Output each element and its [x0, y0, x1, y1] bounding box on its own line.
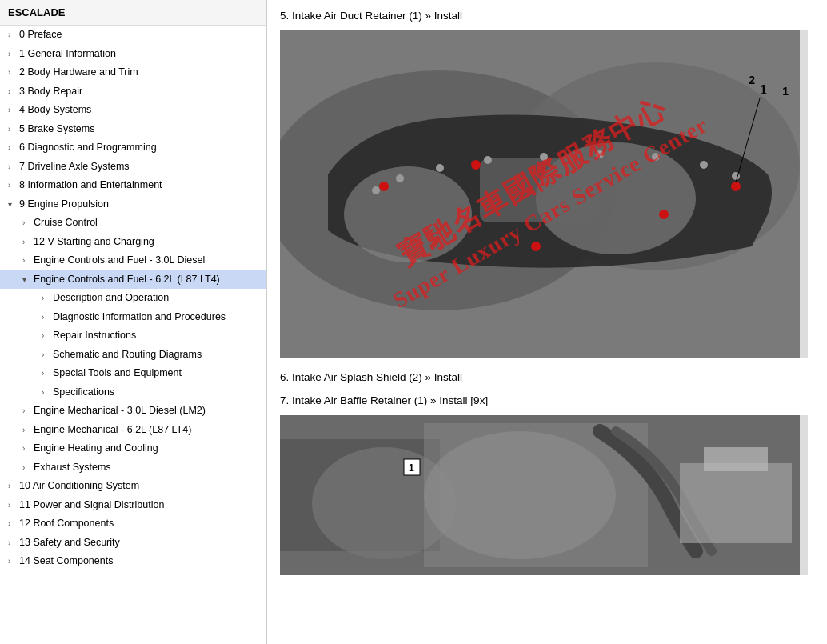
- svg-text:1: 1: [409, 462, 414, 474]
- sidebar-label-body-repair: 3 Body Repair: [19, 85, 262, 99]
- arrow-engine-heating: [22, 443, 30, 454]
- svg-point-15: [379, 182, 389, 191]
- arrow-engine-mech-30: [22, 406, 30, 417]
- arrow-power-signal: [8, 500, 16, 511]
- sidebar-item-safety[interactable]: 13 Safety and Security: [0, 534, 266, 553]
- sidebar-label-exhaust: Exhaust Systems: [34, 461, 262, 475]
- svg-point-6: [372, 186, 380, 194]
- sidebar-label-cruise-control: Cruise Control: [34, 216, 262, 230]
- svg-point-3: [344, 166, 472, 262]
- sidebar-label-diag-info: Diagnostic Information and Procedures: [53, 310, 262, 325]
- sidebar-label-safety: 13 Safety and Security: [19, 536, 262, 550]
- sidebar-item-air-conditioning[interactable]: 10 Air Conditioning System: [0, 477, 266, 496]
- sidebar-item-engine-heating[interactable]: Engine Heating and Cooling: [0, 439, 266, 458]
- arrow-desc-operation: [42, 293, 50, 304]
- sidebar-item-preface[interactable]: 0 Preface: [0, 26, 266, 45]
- svg-point-12: [652, 153, 660, 161]
- sidebar-item-roof[interactable]: 12 Roof Components: [0, 514, 266, 534]
- sidebar-label-desc-operation: Description and Operation: [53, 291, 262, 306]
- sidebar-item-engine-controls-30[interactable]: Engine Controls and Fuel - 3.0L Diesel: [0, 251, 266, 270]
- sidebar-label-power-signal: 11 Power and Signal Distribution: [19, 498, 262, 513]
- arrow-driveline: [8, 162, 16, 173]
- sidebar-item-special-tools[interactable]: Special Tools and Equipment: [0, 364, 266, 383]
- sidebar-label-driveline: 7 Driveline Axle Systems: [19, 160, 262, 174]
- sidebar-item-diagnostic-prog[interactable]: 6 Diagnostic and Programming: [0, 138, 266, 158]
- sidebar-label-engine-controls-30: Engine Controls and Fuel - 3.0L Diesel: [34, 254, 262, 268]
- sidebar-label-diagnostic-prog: 6 Diagnostic and Programming: [19, 141, 262, 155]
- arrow-specifications: [42, 387, 50, 398]
- engine-svg-1: 1 2: [280, 30, 800, 358]
- sidebar-item-seat[interactable]: 14 Seat Components: [0, 552, 266, 571]
- sidebar-label-repair-instructions: Repair Instructions: [53, 329, 262, 343]
- arrow-brake: [8, 124, 16, 135]
- arrow-engine-mech-62: [22, 425, 30, 436]
- arrow-engine-propulsion: [8, 199, 16, 210]
- engine-image-1: 1 2 2 1 寶馳名車國際服務中心 Super Luxury Cars Ser…: [280, 30, 808, 358]
- sidebar-item-engine-controls-62[interactable]: Engine Controls and Fuel - 6.2L (L87 LT4…: [0, 270, 266, 290]
- arrow-body-hardware: [8, 67, 16, 78]
- arrow-schematic: [42, 350, 50, 361]
- sidebar-label-engine-mech-62: Engine Mechanical - 6.2L (L87 LT4): [34, 423, 262, 438]
- engine-photo-1: 1 2 2 1 寶馳名車國際服務中心 Super Luxury Cars Ser…: [280, 30, 800, 358]
- engine-photo-2: 1: [280, 415, 800, 575]
- sidebar-label-engine-controls-62: Engine Controls and Fuel - 6.2L (L87 LT4…: [34, 273, 262, 287]
- svg-point-16: [471, 160, 481, 170]
- sidebar-item-engine-propulsion[interactable]: 9 Engine Propulsion: [0, 195, 266, 214]
- sidebar-item-driveline[interactable]: 7 Driveline Axle Systems: [0, 158, 266, 177]
- sidebar-item-info-entertainment[interactable]: 8 Information and Entertainment: [0, 176, 266, 195]
- svg-point-11: [596, 150, 604, 158]
- arrow-special-tools: [42, 368, 50, 379]
- arrow-preface: [8, 30, 16, 41]
- arrow-engine-controls-30: [22, 255, 30, 266]
- sidebar-label-air-conditioning: 10 Air Conditioning System: [19, 479, 262, 494]
- sidebar-item-repair-instructions[interactable]: Repair Instructions: [0, 326, 266, 346]
- svg-rect-29: [704, 447, 768, 471]
- arrow-repair-instructions: [42, 330, 50, 342]
- svg-point-9: [484, 156, 492, 164]
- svg-point-7: [396, 174, 404, 182]
- sidebar: ESCALADE 0 Preface 1 General Information…: [0, 0, 267, 644]
- sidebar-item-body-hardware[interactable]: 2 Body Hardware and Trim: [0, 63, 266, 82]
- sidebar-item-power-signal[interactable]: 11 Power and Signal Distribution: [0, 496, 266, 515]
- svg-rect-5: [480, 158, 600, 222]
- arrow-seat: [8, 556, 16, 567]
- callout-1: 1: [782, 85, 789, 98]
- svg-point-13: [700, 161, 708, 169]
- sidebar-item-cruise-control[interactable]: Cruise Control: [0, 214, 266, 233]
- step-7-text: 7. Intake Air Baffle Retainer (1) » Inst…: [280, 394, 488, 406]
- sidebar-item-specifications[interactable]: Specifications: [0, 383, 266, 402]
- svg-point-19: [531, 242, 541, 251]
- sidebar-label-brake: 5 Brake Systems: [19, 122, 262, 137]
- arrow-general-info: [8, 49, 16, 60]
- engine-svg-2: 1: [280, 415, 800, 575]
- sidebar-label-schematic: Schematic and Routing Diagrams: [53, 348, 262, 362]
- sidebar-label-specifications: Specifications: [53, 386, 262, 400]
- svg-point-18: [731, 182, 741, 191]
- arrow-roof: [8, 518, 16, 530]
- sidebar-item-brake[interactable]: 5 Brake Systems: [0, 120, 266, 139]
- arrow-starting-charging: [22, 237, 30, 248]
- sidebar-item-engine-mech-30[interactable]: Engine Mechanical - 3.0L Diesel (LM2): [0, 402, 266, 421]
- sidebar-item-body-systems[interactable]: 4 Body Systems: [0, 101, 266, 120]
- svg-text:1: 1: [760, 83, 767, 97]
- svg-point-10: [540, 153, 548, 161]
- arrow-exhaust: [22, 462, 30, 474]
- arrow-body-repair: [8, 86, 16, 98]
- sidebar-item-schematic[interactable]: Schematic and Routing Diagrams: [0, 346, 266, 365]
- sidebar-item-general-info[interactable]: 1 General Information: [0, 45, 266, 64]
- sidebar-label-info-entertainment: 8 Information and Entertainment: [19, 178, 262, 193]
- svg-rect-28: [680, 463, 792, 543]
- arrow-air-conditioning: [8, 481, 16, 492]
- engine-image-2: 1: [280, 415, 808, 575]
- svg-point-17: [659, 210, 669, 219]
- arrow-info-entertainment: [8, 180, 16, 191]
- sidebar-item-exhaust[interactable]: Exhaust Systems: [0, 458, 266, 478]
- sidebar-item-engine-mech-62[interactable]: Engine Mechanical - 6.2L (L87 LT4): [0, 421, 266, 440]
- sidebar-item-body-repair[interactable]: 3 Body Repair: [0, 82, 266, 102]
- step-5: 5. Intake Air Duct Retainer (1) » Instal…: [280, 8, 814, 24]
- sidebar-item-desc-operation[interactable]: Description and Operation: [0, 289, 266, 308]
- sidebar-item-starting-charging[interactable]: 12 V Starting and Charging: [0, 233, 266, 252]
- svg-point-8: [436, 164, 444, 172]
- sidebar-item-diag-info[interactable]: Diagnostic Information and Procedures: [0, 308, 266, 327]
- sidebar-label-roof: 12 Roof Components: [19, 517, 262, 531]
